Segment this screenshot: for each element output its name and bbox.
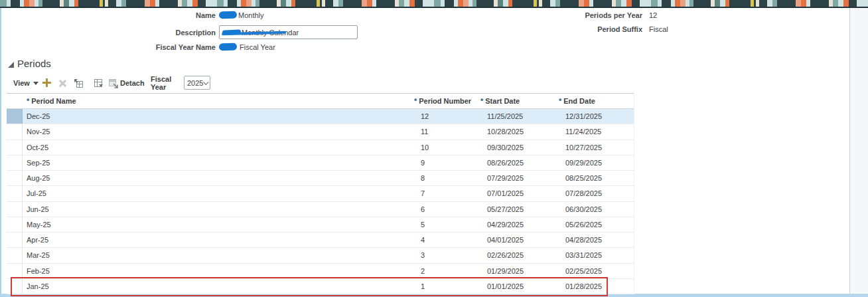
table-row[interactable]: Oct-251009/30/202510/27/2025 [7, 140, 634, 155]
cell-period-number[interactable]: 3 [413, 248, 479, 262]
table-row[interactable]: Sep-25908/26/202509/29/2025 [7, 155, 634, 171]
cell-end-date[interactable]: 10/27/2025 [557, 140, 634, 155]
row-selector-cell[interactable] [7, 186, 23, 201]
column-header-period-name[interactable]: * Period Name [23, 97, 413, 105]
add-row-button[interactable] [42, 76, 52, 90]
cell-period-name[interactable]: Feb-25 [23, 264, 413, 278]
row-selector-cell[interactable] [7, 264, 23, 278]
required-asterisk: * [414, 97, 417, 105]
cell-period-number[interactable]: 2 [413, 264, 479, 278]
periods-section-title: Periods [17, 58, 51, 69]
cell-period-name[interactable]: Oct-25 [23, 140, 413, 155]
row-selector-cell[interactable] [7, 171, 23, 185]
cell-start-date[interactable]: 11/25/2025 [479, 109, 557, 124]
period-suffix-value: Fiscal [649, 25, 668, 33]
redaction-blob [219, 11, 237, 19]
cell-period-name[interactable]: Jun-25 [23, 202, 413, 217]
cell-start-date[interactable]: 10/28/2025 [479, 124, 557, 139]
detach-window-icon [109, 80, 118, 88]
vertical-scrollbar[interactable] [849, 8, 868, 294]
table-row[interactable]: Aug-25807/29/202508/25/2025 [7, 171, 634, 186]
cell-start-date[interactable]: 04/01/2025 [479, 233, 557, 247]
row-selector-cell[interactable] [7, 248, 23, 262]
row-selector-cell[interactable] [7, 233, 23, 247]
cell-start-date[interactable]: 02/26/2025 [479, 248, 557, 262]
periods-per-year-value: 12 [649, 11, 657, 19]
row-selector-cell[interactable] [7, 217, 23, 232]
row-selector-cell[interactable] [7, 109, 23, 124]
grid-move-icon [74, 79, 83, 88]
cell-start-date[interactable]: 01/01/2025 [479, 279, 557, 294]
cell-start-date[interactable]: 04/29/2025 [479, 217, 557, 232]
cell-end-date[interactable]: 07/28/2025 [557, 186, 634, 201]
cell-period-name[interactable]: Aug-25 [23, 171, 413, 185]
cell-end-date[interactable]: 02/25/2025 [557, 264, 634, 278]
cell-period-name[interactable]: Jul-25 [23, 186, 413, 201]
cell-start-date[interactable]: 08/26/2025 [479, 155, 557, 170]
row-selector-cell[interactable] [7, 202, 23, 217]
cell-end-date[interactable]: 05/26/2025 [557, 217, 634, 232]
cell-end-date[interactable]: 12/31/2025 [557, 109, 634, 124]
cell-start-date[interactable]: 07/01/2025 [479, 186, 557, 201]
cell-start-date[interactable]: 07/29/2025 [479, 171, 557, 185]
column-header-label: End Date [563, 97, 595, 105]
cell-period-number[interactable]: 4 [413, 233, 479, 247]
table-row[interactable]: May-25504/29/202505/26/2025 [7, 217, 634, 233]
cell-period-name[interactable]: Dec-25 [23, 109, 413, 124]
cell-period-name[interactable]: Mar-25 [23, 248, 413, 262]
cell-period-name[interactable]: Jan-25 [23, 279, 413, 294]
cell-period-number[interactable]: 7 [413, 186, 479, 201]
wrap-button[interactable] [94, 78, 104, 88]
row-selector-cell[interactable] [7, 124, 23, 139]
cell-period-number[interactable]: 6 [413, 202, 479, 217]
fiscal-year-select-value: 2025 [187, 79, 203, 87]
column-header-label: Period Name [31, 97, 76, 105]
cell-period-number[interactable]: 1 [413, 279, 479, 294]
table-row[interactable]: Jul-25707/01/202507/28/2025 [7, 186, 634, 201]
delete-row-button[interactable] [58, 76, 67, 90]
cell-period-number[interactable]: 8 [413, 171, 479, 185]
table-row[interactable]: Dec-251211/25/202512/31/2025 [7, 109, 634, 124]
cell-end-date[interactable]: 04/28/2025 [557, 233, 634, 247]
cell-period-name[interactable]: May-25 [23, 217, 413, 232]
table-row[interactable]: Jun-25605/27/202506/30/2025 [7, 202, 634, 217]
row-selector-cell[interactable] [7, 155, 23, 170]
cell-end-date[interactable]: 11/24/2025 [557, 124, 634, 139]
cell-period-number[interactable]: 11 [413, 124, 479, 139]
cell-period-name[interactable]: Nov-25 [23, 124, 413, 139]
cell-period-number[interactable]: 10 [413, 140, 479, 155]
detach-button-label[interactable]: Detach [120, 76, 145, 90]
fiscal-year-select[interactable]: 2025 [184, 76, 210, 90]
cell-start-date[interactable]: 09/30/2025 [479, 140, 557, 155]
cell-period-number[interactable]: 9 [413, 155, 479, 170]
cell-start-date[interactable]: 05/27/2025 [479, 202, 557, 217]
required-asterisk: * [559, 97, 561, 105]
section-collapse-icon[interactable] [8, 62, 14, 68]
description-input[interactable]: Monthly Calendar [219, 25, 358, 39]
cell-end-date[interactable]: 09/29/2025 [557, 155, 634, 170]
view-menu-button[interactable]: View [13, 76, 38, 90]
column-header-period-number[interactable]: * Period Number [413, 97, 479, 105]
table-row[interactable]: Apr-25404/01/202504/28/2025 [7, 233, 634, 248]
table-row[interactable]: Mar-25302/26/202503/31/2025 [7, 248, 634, 263]
cell-end-date[interactable]: 03/31/2025 [557, 248, 634, 262]
detach-button[interactable] [108, 78, 118, 88]
cell-period-number[interactable]: 5 [413, 217, 479, 232]
cell-period-name[interactable]: Sep-25 [23, 155, 413, 170]
cell-end-date[interactable]: 01/28/2025 [557, 279, 634, 294]
cell-period-number[interactable]: 12 [413, 109, 479, 124]
column-header-start-date[interactable]: * Start Date [479, 97, 557, 105]
cell-end-date[interactable]: 06/30/2025 [557, 202, 634, 217]
table-row[interactable]: Feb-25201/29/202502/25/2025 [7, 264, 634, 279]
cell-period-name[interactable]: Apr-25 [23, 233, 413, 247]
table-row[interactable]: Jan-25101/01/202501/28/2025 [7, 279, 634, 294]
table-row[interactable]: Nov-251110/28/202511/24/2025 [7, 124, 634, 140]
column-header-label: Start Date [485, 97, 520, 105]
row-selector-cell[interactable] [7, 140, 23, 155]
row-selector-cell[interactable] [7, 279, 23, 294]
column-header-end-date[interactable]: * End Date [557, 97, 634, 105]
cell-end-date[interactable]: 08/25/2025 [557, 171, 634, 185]
period-suffix-label: Period Suffix [544, 25, 642, 33]
freeze-columns-button[interactable] [74, 78, 84, 88]
cell-start-date[interactable]: 01/29/2025 [479, 264, 557, 278]
